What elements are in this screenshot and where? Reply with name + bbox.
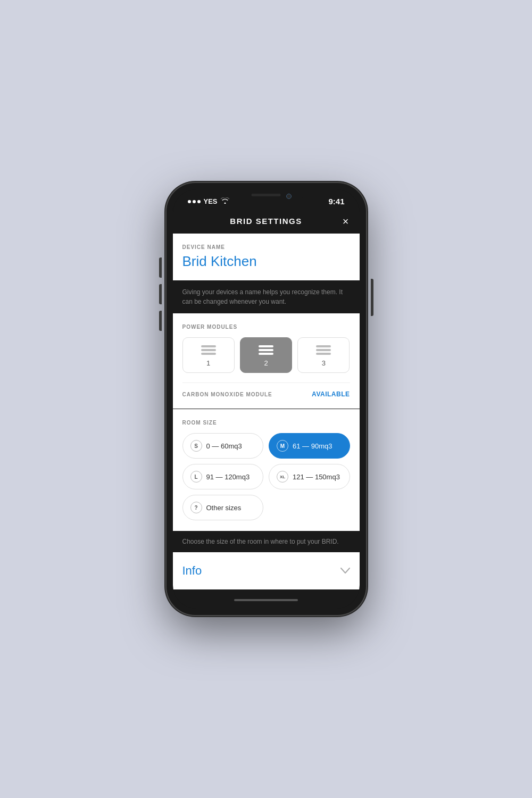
info-label: Info [182,564,202,578]
device-name-hint: Giving your devices a name helps you rec… [182,287,350,306]
module-3-line-1 [316,345,331,347]
device-name-hint-section: Giving your devices a name helps you rec… [173,281,360,313]
home-bar [234,599,298,601]
room-size-l-label: 91 — 120mq3 [206,473,250,481]
module-3-button[interactable]: 3 [297,337,350,373]
device-name-label: DEVICE NAME [182,244,350,250]
room-hint-section: Choose the size of the room in where to … [173,531,360,552]
dot-3 [197,200,201,203]
module-3-num: 3 [322,359,326,367]
device-name-card: DEVICE NAME Brid Kitchen [173,234,360,280]
dot-2 [193,200,196,203]
module-2-line-2 [259,349,273,351]
nav-bar: BRID SETTINGS × [173,210,360,233]
module-1-line-1 [201,345,216,347]
module-2-line-3 [259,353,273,355]
module-3-line-2 [316,349,331,351]
room-size-xl-badge: XL [277,471,288,483]
carbon-monoxide-row: CARBON MONOXIDE MODULE AVAILABLE [182,383,350,398]
phone-screen: YES 9:41 BRID SETTINGS × DEVICE NAME [173,189,360,609]
info-card[interactable]: Info [173,552,360,589]
room-size-other-button[interactable]: ? Other sizes [182,495,264,520]
module-2-line-1 [259,345,273,347]
scroll-content: DEVICE NAME Brid Kitchen Giving your dev… [173,233,360,595]
room-size-card: ROOM SIZE S 0 — 60mq3 M 61 — 90mq3 L 91 … [173,409,360,531]
module-2-num: 2 [264,359,268,367]
room-size-m-badge: M [277,440,288,452]
room-size-xl-button[interactable]: XL 121 — 150mq3 [269,464,350,489]
power-modules-card: POWER MODULES 1 [173,313,360,409]
modules-row: 1 2 [182,337,350,373]
room-size-label: ROOM SIZE [182,420,350,426]
device-name-value[interactable]: Brid Kitchen [182,253,350,270]
status-left: YES [188,197,229,205]
speaker [252,194,281,196]
dot-1 [188,200,191,203]
room-size-grid: S 0 — 60mq3 M 61 — 90mq3 L 91 — 120mq3 X… [182,433,350,520]
room-size-s-button[interactable]: S 0 — 60mq3 [182,433,264,459]
power-modules-label: POWER MODULES [182,324,350,330]
room-size-l-button[interactable]: L 91 — 120mq3 [182,464,264,489]
carbon-label: CARBON MONOXIDE MODULE [182,392,272,397]
page-title: BRID SETTINGS [230,217,302,226]
camera [286,194,292,199]
carbon-status[interactable]: AVAILABLE [312,390,350,398]
signal-dots [188,200,201,203]
home-indicator [173,595,360,609]
module-3-line-3 [316,353,331,355]
module-1-icon [201,345,216,355]
chevron-down-icon [340,566,350,577]
room-size-s-badge: S [190,440,202,452]
room-size-l-badge: L [190,471,202,483]
room-size-m-label: 61 — 90mq3 [293,442,332,450]
carrier-label: YES [204,197,218,205]
module-2-button[interactable]: 2 [240,337,292,373]
close-button[interactable]: × [343,216,349,227]
wifi-icon [221,197,229,205]
module-1-line-2 [201,349,216,351]
phone-frame: YES 9:41 BRID SETTINGS × DEVICE NAME [167,183,366,615]
module-1-line-3 [201,353,216,355]
module-1-button[interactable]: 1 [182,337,235,373]
room-hint-text: Choose the size of the room in where to … [182,538,350,545]
module-1-num: 1 [206,359,210,367]
room-size-s-label: 0 — 60mq3 [206,442,242,450]
notch [229,189,303,204]
status-time: 9:41 [328,197,344,206]
room-size-other-badge: ? [190,502,202,513]
module-3-icon [316,345,331,355]
room-size-other-label: Other sizes [206,504,242,512]
room-size-xl-label: 121 — 150mq3 [293,473,340,481]
module-2-icon [259,345,273,355]
room-size-m-button[interactable]: M 61 — 90mq3 [269,433,350,459]
